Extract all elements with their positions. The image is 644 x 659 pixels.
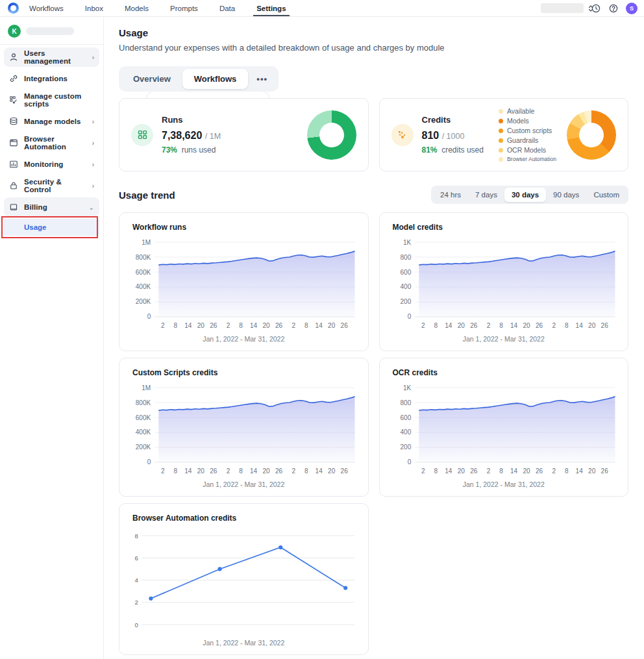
chart-caption: Jan 1, 2022 - Mar 31, 2022 — [129, 480, 359, 488]
svg-text:8: 8 — [564, 467, 568, 475]
tab-overview[interactable]: Overview — [121, 69, 182, 89]
sidebar-item-label: Manage custom scripts — [24, 92, 94, 108]
svg-text:26: 26 — [601, 467, 608, 475]
svg-text:26: 26 — [535, 322, 543, 329]
svg-text:1M: 1M — [142, 239, 151, 246]
svg-text:2: 2 — [291, 322, 295, 329]
svg-text:8: 8 — [499, 322, 503, 329]
svg-text:20: 20 — [588, 322, 596, 329]
legend-dot — [499, 119, 503, 123]
svg-text:20: 20 — [457, 322, 465, 329]
svg-text:26: 26 — [470, 467, 478, 475]
chevron-right-icon: › — [92, 54, 94, 61]
svg-text:26: 26 — [341, 467, 349, 475]
svg-text:8: 8 — [174, 322, 178, 329]
nav-item-workflows[interactable]: Workflows — [28, 1, 65, 16]
svg-text:200: 200 — [400, 298, 411, 305]
runs-grid-icon — [138, 130, 147, 140]
page-title: Usage — [119, 27, 628, 38]
svg-text:2: 2 — [486, 322, 490, 329]
svg-text:200: 200 — [400, 444, 411, 451]
sidebar-item-manage-custom-scripts[interactable]: Manage custom scripts — [4, 90, 99, 110]
svg-text:600K: 600K — [136, 414, 151, 421]
svg-text:0: 0 — [134, 621, 138, 628]
sidebar-item-label: Billing — [24, 203, 83, 211]
svg-text:14: 14 — [510, 467, 517, 475]
settings-sidebar: K Users management › Integrations Manage… — [0, 17, 104, 659]
credits-summary-card: Credits 810 / 1000 81% credits used Avai… — [379, 98, 629, 171]
sidebar-item-label: Manage models — [24, 118, 86, 125]
sidebar-subitem-usage[interactable]: Usage — [4, 219, 99, 236]
billing-icon — [9, 203, 18, 212]
range-24hrs[interactable]: 24 hrs — [433, 188, 468, 202]
svg-text:600K: 600K — [136, 269, 151, 276]
svg-text:1K: 1K — [402, 384, 411, 392]
credits-total: / 1000 — [442, 132, 465, 141]
scripts-icon — [9, 95, 18, 105]
svg-text:2: 2 — [291, 467, 295, 475]
runs-summary-card: Runs 7,38,620 / 1M 73% runs used — [119, 98, 369, 171]
help-icon — [609, 4, 618, 13]
user-avatar[interactable]: S — [626, 3, 638, 14]
credits-icon-circle — [391, 124, 414, 146]
svg-text:2: 2 — [421, 322, 425, 329]
sidebar-item-integrations[interactable]: Integrations — [4, 69, 99, 88]
svg-text:8: 8 — [304, 467, 308, 475]
sidebar-item-users-management[interactable]: Users management › — [4, 47, 99, 67]
svg-text:14: 14 — [445, 467, 452, 475]
svg-text:6: 6 — [134, 554, 138, 562]
svg-text:20: 20 — [328, 322, 336, 329]
workspace-select[interactable] — [541, 3, 584, 13]
nav-item-models[interactable]: Models — [123, 1, 150, 16]
usage-tabbar: Overview Workflows ••• — [119, 66, 279, 92]
sidebar-item-billing[interactable]: Billing ⌄ — [4, 197, 99, 217]
svg-text:0: 0 — [147, 458, 151, 466]
sidebar-item-manage-models[interactable]: Manage models › — [4, 112, 99, 131]
svg-text:400: 400 — [400, 429, 411, 436]
svg-text:20: 20 — [197, 467, 205, 475]
chevron-right-icon: › — [92, 161, 94, 168]
history-clock-button[interactable] — [591, 3, 601, 14]
range-7days[interactable]: 7 days — [468, 188, 504, 202]
sidebar-item-label: Integrations — [24, 75, 94, 82]
app-logo[interactable] — [8, 3, 19, 14]
svg-text:26: 26 — [275, 467, 283, 475]
legend-item: Guardrails — [499, 136, 556, 144]
nav-item-prompts[interactable]: Prompts — [169, 1, 199, 16]
svg-text:20: 20 — [523, 322, 530, 329]
runs-donut-chart — [307, 110, 356, 160]
svg-text:20: 20 — [523, 467, 530, 475]
help-button[interactable] — [608, 3, 619, 14]
nav-item-settings[interactable]: Settings — [255, 1, 287, 16]
monitoring-icon — [9, 160, 18, 169]
svg-text:14: 14 — [510, 322, 517, 329]
tab-more-button[interactable]: ••• — [248, 69, 276, 89]
svg-text:200K: 200K — [136, 444, 151, 451]
svg-text:1K: 1K — [402, 239, 411, 246]
ocr-credits-chart: 02004006008001K281420262814202628142026 — [389, 380, 619, 479]
nav-item-inbox[interactable]: Inbox — [84, 1, 105, 16]
svg-text:0: 0 — [407, 458, 411, 466]
runs-percent: 73% — [162, 145, 177, 155]
sidebar-item-monitoring[interactable]: Monitoring › — [4, 155, 99, 174]
chart-title: Custom Scripts credits — [132, 368, 359, 377]
svg-text:14: 14 — [316, 322, 323, 329]
svg-text:0: 0 — [147, 313, 151, 320]
workspace-name-redacted — [26, 27, 74, 35]
range-30days[interactable]: 30 days — [504, 188, 546, 202]
svg-text:8: 8 — [564, 322, 568, 329]
svg-text:20: 20 — [328, 467, 336, 475]
sidebar-item-security-control[interactable]: Security & Control › — [4, 176, 99, 195]
sidebar-subitem-label: Usage — [24, 223, 47, 231]
model-credits-chart: 02004006008001K281420262814202628142026 — [389, 234, 619, 334]
nav-item-data[interactable]: Data — [218, 1, 236, 16]
sidebar-item-browser-automation[interactable]: Browser Automation › — [4, 133, 99, 153]
svg-text:600: 600 — [400, 414, 411, 421]
svg-text:2: 2 — [552, 467, 556, 475]
tab-workflows[interactable]: Workflows — [182, 69, 249, 89]
runs-percent-suffix: runs used — [182, 145, 216, 155]
range-90days[interactable]: 90 days — [546, 188, 586, 202]
range-custom[interactable]: Custom — [586, 188, 626, 202]
svg-text:4: 4 — [134, 577, 138, 584]
svg-text:14: 14 — [316, 467, 323, 475]
